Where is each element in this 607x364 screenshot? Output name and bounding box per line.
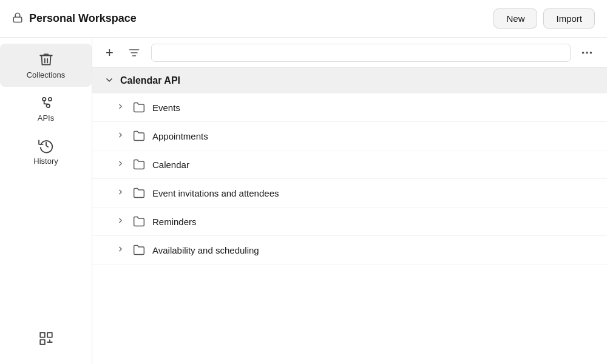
item-label: Event invitations and attendees — [152, 188, 279, 198]
chevron-right-icon — [117, 217, 124, 226]
svg-rect-0 — [13, 17, 22, 22]
sidebar-bottom — [0, 323, 92, 364]
chevron-right-icon — [117, 160, 124, 169]
collection-items: Events Appointments — [92, 93, 607, 265]
svg-line-5 — [44, 104, 48, 104]
item-label: Calendar — [152, 160, 189, 170]
sidebar-item-add[interactable] — [0, 323, 92, 354]
svg-point-15 — [586, 52, 588, 54]
item-label: Reminders — [152, 217, 197, 227]
add-workspace-icon — [38, 330, 55, 347]
workspace-title: Personal Workspace — [29, 12, 137, 25]
folder-icon — [133, 187, 145, 199]
header-buttons: New Import — [493, 8, 595, 29]
item-label: Availability and scheduling — [152, 245, 259, 255]
search-input[interactable] — [151, 44, 571, 62]
folder-icon — [133, 158, 145, 170]
folder-icon — [133, 101, 145, 113]
header-left: Personal Workspace — [12, 12, 137, 25]
new-button[interactable]: New — [493, 8, 537, 29]
sidebar: Collections APIs — [0, 38, 92, 364]
svg-point-3 — [48, 98, 51, 101]
history-icon — [38, 137, 55, 154]
folder-icon — [133, 244, 145, 256]
sidebar-item-collections[interactable]: Collections — [0, 44, 92, 87]
list-item[interactable]: Calendar — [92, 150, 607, 179]
collection-name: Calendar API — [120, 75, 180, 86]
item-label: Events — [152, 103, 180, 113]
list-item[interactable]: Reminders — [92, 207, 607, 236]
chevron-down-icon — [104, 75, 114, 86]
sidebar-item-apis[interactable]: APIs — [0, 87, 92, 130]
import-button[interactable]: Import — [543, 8, 595, 29]
list-item[interactable]: Event invitations and attendees — [92, 179, 607, 207]
svg-rect-7 — [47, 332, 52, 337]
item-label: Appointments — [152, 131, 208, 141]
sidebar-history-label: History — [33, 157, 58, 166]
content-area: + — [92, 38, 607, 364]
chevron-right-icon — [117, 131, 124, 141]
folder-icon — [133, 130, 145, 142]
list-item[interactable]: Appointments — [92, 122, 607, 150]
chevron-right-icon — [117, 245, 124, 255]
list-item[interactable]: Availability and scheduling — [92, 236, 607, 265]
svg-point-16 — [590, 52, 592, 54]
add-button[interactable]: + — [102, 45, 117, 61]
header: Personal Workspace New Import — [0, 0, 607, 38]
filter-button[interactable] — [123, 44, 145, 61]
chevron-right-icon — [117, 188, 124, 198]
svg-point-14 — [582, 52, 585, 54]
sidebar-apis-label: APIs — [38, 113, 54, 123]
folder-icon — [133, 215, 145, 228]
sidebar-item-history[interactable]: History — [0, 130, 92, 173]
main-layout: Collections APIs — [0, 38, 607, 364]
sidebar-collections-label: Collections — [27, 70, 66, 79]
toolbar: + — [92, 38, 607, 68]
apis-icon — [38, 94, 55, 111]
more-options-button[interactable] — [577, 44, 597, 62]
chevron-right-icon — [117, 103, 124, 112]
collection-header[interactable]: Calendar API — [92, 68, 607, 93]
list-item[interactable]: Events — [92, 93, 607, 122]
svg-rect-8 — [40, 340, 45, 345]
collections-icon — [38, 51, 55, 68]
lock-icon — [12, 12, 23, 25]
svg-rect-6 — [40, 332, 45, 337]
